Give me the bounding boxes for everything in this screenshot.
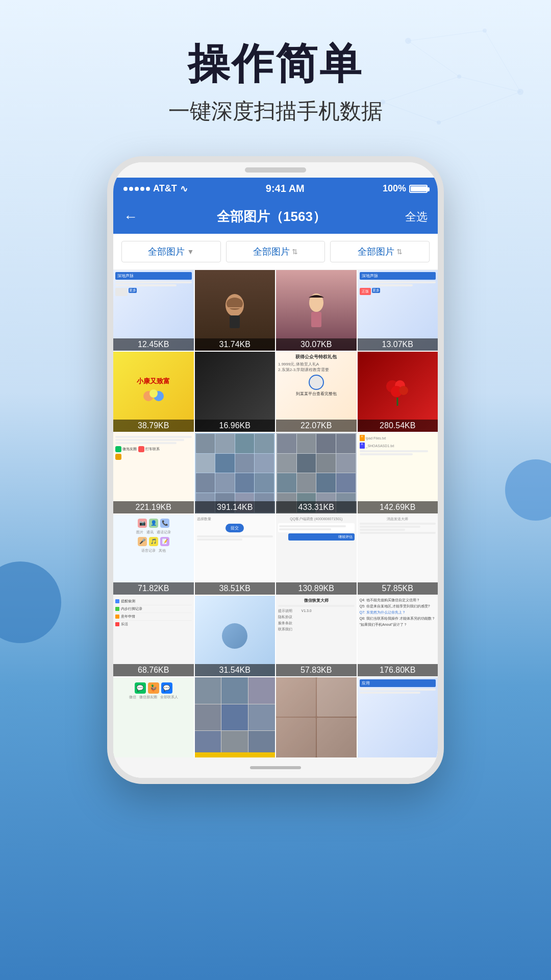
filter-btn-1[interactable]: 全部图片 ▼ xyxy=(121,241,221,262)
battery-label: 100% xyxy=(383,183,406,194)
grid-cell-17[interactable]: 提醒偷测 内步行脚记录 意年申情 乐活 68.76KB xyxy=(113,596,194,676)
grid-cell-21[interactable]: 💬 🦆 💬 微信 微信朋友圈 全部联系人 xyxy=(113,677,194,758)
grid-cell-8[interactable]: 280.54KB xyxy=(358,352,438,432)
grid-cell-16[interactable]: 消息发送大师 57.85KB xyxy=(358,514,438,595)
image-grid: 深地声脉 更多 12.45KB xyxy=(113,270,438,757)
grid-cell-7[interactable]: 获得公众号特权礼包 1.9999元,体验至人礼A 2.东第2-3,学期课程教育需… xyxy=(276,352,357,432)
grid-cell-6[interactable]: 16.96KB xyxy=(195,352,276,432)
home-indicator xyxy=(250,766,301,769)
status-left: AT&T ∿ xyxy=(123,183,188,194)
back-button[interactable]: ← xyxy=(123,209,138,225)
grid-cell-4[interactable]: 深地声脉 正版 更多 13.07KB xyxy=(358,270,438,351)
phone-mockup: AT&T ∿ 9:41 AM 100% ← 全部图片（1563） 全选 全部图片… xyxy=(107,156,444,784)
carrier-label: AT&T xyxy=(153,183,177,194)
grid-cell-9[interactable]: 微泡友圈 打车联系 221.19KB xyxy=(113,433,194,513)
woman-illustration xyxy=(304,292,329,328)
select-all-button[interactable]: 全选 xyxy=(405,209,428,225)
grid-cell-1[interactable]: 深地声脉 更多 12.45KB xyxy=(113,270,194,351)
grid-cell-12[interactable]: A Ipad Files.txt A _SHOASASD1.txt 142.69… xyxy=(358,433,438,513)
nav-bar: ← 全部图片（1563） 全选 xyxy=(113,200,438,234)
old-man-illustration xyxy=(219,292,250,328)
phone-bottom xyxy=(113,757,438,778)
filter-btn-3[interactable]: 全部图片 ⇅ xyxy=(330,241,430,262)
grid-cell-3[interactable]: 30.07KB xyxy=(276,270,357,351)
grid-cell-22[interactable] xyxy=(195,677,276,758)
grid-cell-20[interactable]: Q4: 他不能充值购买微信自定义信用？ Q5: 你是来自某地区,才能享受到我们的… xyxy=(358,596,438,676)
status-right: 100% xyxy=(383,183,428,194)
notch-bar xyxy=(245,167,306,173)
grid-cell-10[interactable]: 391.14KB xyxy=(195,433,276,513)
grid-cell-24[interactable]: 应用 xyxy=(358,677,438,758)
wifi-icon: ∿ xyxy=(180,183,188,194)
status-bar: AT&T ∿ 9:41 AM 100% xyxy=(113,178,438,200)
cartoon-icon xyxy=(141,386,166,406)
phone-container: AT&T ∿ 9:41 AM 100% ← 全部图片（1563） 全选 全部图片… xyxy=(0,156,551,784)
filter-arrow-3: ⇅ xyxy=(396,248,403,256)
header-section: 操作简单 一键深度扫描手机数据 xyxy=(0,0,551,126)
grid-cell-19[interactable]: 微信恢复大师 提示说明 V1.3.0 隐私协议 服务条款 联系我们 57.83K… xyxy=(276,596,357,676)
phone-top-notch xyxy=(113,162,438,178)
grid-cell-11[interactable]: 433.31KB xyxy=(276,433,357,513)
main-title: 操作简单 xyxy=(0,41,551,87)
signal-icon xyxy=(123,187,150,191)
grid-cell-14[interactable]: 选择数量 提交 38.51KB xyxy=(195,514,276,595)
filter-btn-2[interactable]: 全部图片 ⇅ xyxy=(226,241,325,262)
filter-arrow-2: ⇅ xyxy=(292,248,298,256)
sub-title: 一键深度扫描手机数据 xyxy=(0,97,551,126)
grid-cell-5[interactable]: 小康又致富 38.79KB xyxy=(113,352,194,432)
svg-rect-18 xyxy=(311,312,321,327)
grid-cell-18[interactable]: 31.54KB xyxy=(195,596,276,676)
nav-title: 全部图片（1563） xyxy=(217,208,326,226)
filter-bar: 全部图片 ▼ 全部图片 ⇅ 全部图片 ⇅ xyxy=(113,234,438,270)
filter-arrow-1: ▼ xyxy=(187,248,194,256)
roses-icon xyxy=(382,376,413,407)
grid-cell-2[interactable]: 31.74KB xyxy=(195,270,276,351)
status-time: 9:41 AM xyxy=(266,183,305,194)
svg-point-21 xyxy=(149,389,158,398)
battery-icon xyxy=(409,185,428,193)
svg-rect-16 xyxy=(230,315,240,328)
grid-cell-13[interactable]: 📷 👤 📞 图片 通讯 通话记录 🎤 🎵 📝 语音记录 其他 71.82KB xyxy=(113,514,194,595)
svg-point-25 xyxy=(399,386,408,395)
grid-cell-15[interactable]: QQ客户端调查 (4000808071501) 继续评估 130.89KB xyxy=(276,514,357,595)
grid-cell-23[interactable] xyxy=(276,677,357,758)
